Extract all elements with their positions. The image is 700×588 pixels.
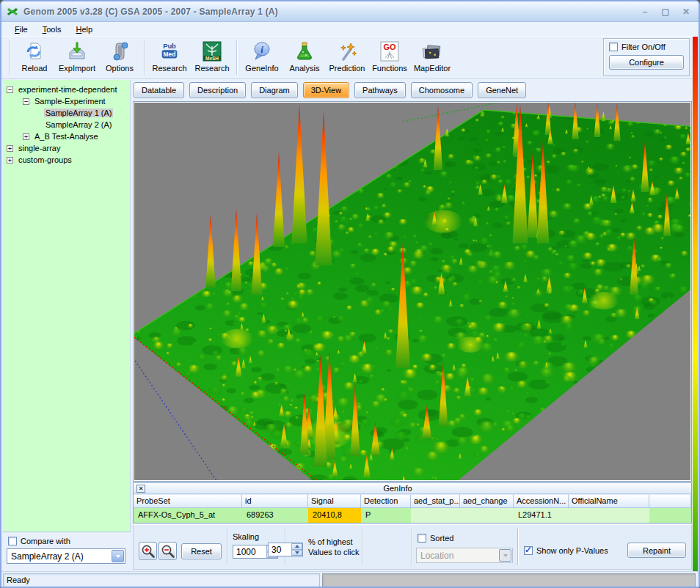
surface-3d-view[interactable] — [134, 103, 690, 480]
pubmed-research-label: Research — [152, 64, 186, 73]
expimport-button[interactable]: ExpImport — [56, 38, 98, 77]
tab-chomosome[interactable]: Chomosome — [411, 82, 473, 98]
spin-down-icon[interactable] — [291, 550, 302, 556]
svg-text:i: i — [260, 44, 263, 55]
zoom-in-icon — [140, 543, 156, 559]
options-icon — [109, 40, 131, 62]
col-aed-stat-p[interactable]: aed_stat_p... — [411, 494, 460, 508]
collapse-icon[interactable]: − — [23, 98, 29, 105]
pubmed-research-button[interactable]: Pub Med Research — [148, 38, 191, 77]
col-empty — [649, 494, 691, 508]
progress-bar — [322, 573, 696, 587]
col-detection[interactable]: Detection — [361, 494, 411, 508]
tree-item-single-array[interactable]: + single-array — [3, 142, 130, 154]
reload-icon — [23, 40, 45, 62]
tab-diagram[interactable]: Diagram — [251, 82, 298, 98]
tab-pathways[interactable]: Pathways — [354, 82, 406, 98]
pubmed-icon: Pub Med — [158, 40, 181, 62]
compare-with-checkbox[interactable] — [8, 537, 17, 545]
close-button[interactable]: ✕ — [678, 5, 694, 18]
chevron-down-icon[interactable] — [499, 549, 511, 562]
skaling-label: Skaling — [233, 532, 259, 541]
cell-aed-change — [460, 508, 514, 523]
reset-button[interactable]: Reset — [181, 543, 222, 559]
tree-item-custom-groups[interactable]: + custom-groups — [3, 154, 130, 166]
geneinfo-button[interactable]: i GeneInfo — [241, 38, 283, 77]
separator — [362, 529, 363, 565]
close-icon[interactable]: ✕ — [136, 485, 145, 493]
signal-color-scale — [693, 37, 698, 571]
mesh-research-label: Research — [194, 64, 229, 73]
reload-label: Reload — [22, 64, 48, 73]
tab-datatable[interactable]: Datatable — [134, 82, 184, 98]
reload-button[interactable]: Reload — [13, 38, 56, 77]
percent-label-line2: Values to click — [308, 548, 360, 556]
show-only-pvalues-checkbox[interactable] — [524, 546, 533, 555]
functions-button[interactable]: GO Functions — [368, 38, 411, 77]
geninfo-title: GenInfo — [148, 484, 647, 493]
separator — [227, 529, 228, 565]
cell-aed-stat-p — [411, 508, 460, 523]
analysis-button[interactable]: Analysis — [283, 38, 326, 77]
tree-item-samplearray-2[interactable]: SampleArray 2 (A) — [3, 119, 130, 131]
col-signal[interactable]: Signal — [308, 494, 361, 508]
cell-probeset: AFFX-Os_Cyph_5_at — [134, 508, 242, 523]
options-button[interactable]: Options — [98, 38, 141, 77]
cell-id: 689263 — [242, 508, 308, 523]
maximize-button[interactable]: ▢ — [657, 5, 674, 18]
toolbar: Reload ExpImport Options — [1, 36, 699, 79]
prediction-label: Prediction — [329, 64, 365, 73]
svg-text:Pub: Pub — [163, 43, 176, 50]
zoom-in-button[interactable] — [139, 542, 157, 560]
tab-description[interactable]: Description — [189, 82, 246, 98]
window-title: Genom 2005 v3.28 (C) GSA 2005 - 2007 - S… — [23, 7, 278, 17]
chevron-down-icon[interactable] — [112, 550, 124, 562]
toolbar-separator — [236, 40, 238, 75]
cell-accession: L29471.1 — [514, 508, 569, 523]
col-probeset[interactable]: ProbeSet — [134, 494, 242, 508]
repaint-button[interactable]: Repaint — [627, 543, 686, 558]
col-accession[interactable]: AccessionN... — [514, 494, 569, 508]
location-select[interactable]: Location — [416, 548, 513, 563]
view-controls: Reset Skaling % of highest Values to cli… — [133, 524, 692, 570]
tab-genenet[interactable]: GeneNet — [478, 82, 526, 98]
tree-item-ab-test-analyse[interactable]: + A_B Test-Analyse — [3, 131, 130, 142]
window-controls: – ▢ ✕ — [637, 5, 694, 18]
filter-checkbox[interactable] — [609, 43, 618, 51]
prediction-button[interactable]: Prediction — [326, 38, 368, 77]
menu-tools[interactable]: Tools — [37, 23, 68, 35]
mapeditor-button[interactable]: MapEditor — [411, 38, 453, 77]
view-tabbar: Datatable Description Diagram 3D-View Pa… — [134, 82, 531, 98]
show-only-pvalues-label: Show only P-Values — [536, 546, 608, 555]
separator — [517, 529, 519, 565]
col-aed-change[interactable]: aed_change — [460, 494, 514, 508]
menu-file[interactable]: File — [9, 23, 34, 35]
tab-3d-view[interactable]: 3D-View — [303, 82, 349, 98]
tree-item-samplearray-1[interactable]: SampleArray 1 (A) — [3, 107, 130, 119]
zoom-out-button[interactable] — [158, 542, 177, 560]
percent-spinner[interactable] — [268, 543, 303, 556]
pvalues-row: Show only P-Values — [524, 546, 608, 555]
compare-with-group: Compare with SampleArray 2 (A) — [3, 532, 131, 571]
sorted-checkbox[interactable] — [418, 534, 426, 543]
separator — [412, 529, 413, 565]
minimize-button[interactable]: – — [637, 5, 653, 18]
expand-icon[interactable]: + — [23, 133, 29, 140]
tree-item-experiment-time-dependent[interactable]: − experiment-time-dependent — [3, 84, 130, 95]
col-officialname[interactable]: OfficialName — [569, 494, 649, 508]
tree-item-sample-experiment[interactable]: − Sample-Experiment — [3, 95, 130, 107]
configure-button[interactable]: Configure — [609, 55, 684, 70]
mesh-research-button[interactable]: MeSH Research — [191, 38, 233, 77]
zoom-out-icon — [160, 543, 176, 559]
go-icon: GO — [379, 40, 401, 62]
col-id[interactable]: id — [242, 494, 308, 508]
toolbar-separator — [9, 40, 10, 75]
cell-detection: P — [361, 508, 411, 523]
expand-icon[interactable]: + — [7, 157, 13, 163]
geninfo-data-row[interactable]: AFFX-Os_Cyph_5_at 689263 20410,8 P L2947… — [134, 508, 691, 523]
menu-help[interactable]: Help — [70, 23, 98, 35]
compare-array-select[interactable]: SampleArray 2 (A) — [7, 548, 125, 564]
collapse-icon[interactable]: − — [7, 87, 13, 93]
expand-icon[interactable]: + — [7, 145, 13, 152]
spin-up-icon[interactable] — [291, 543, 302, 550]
